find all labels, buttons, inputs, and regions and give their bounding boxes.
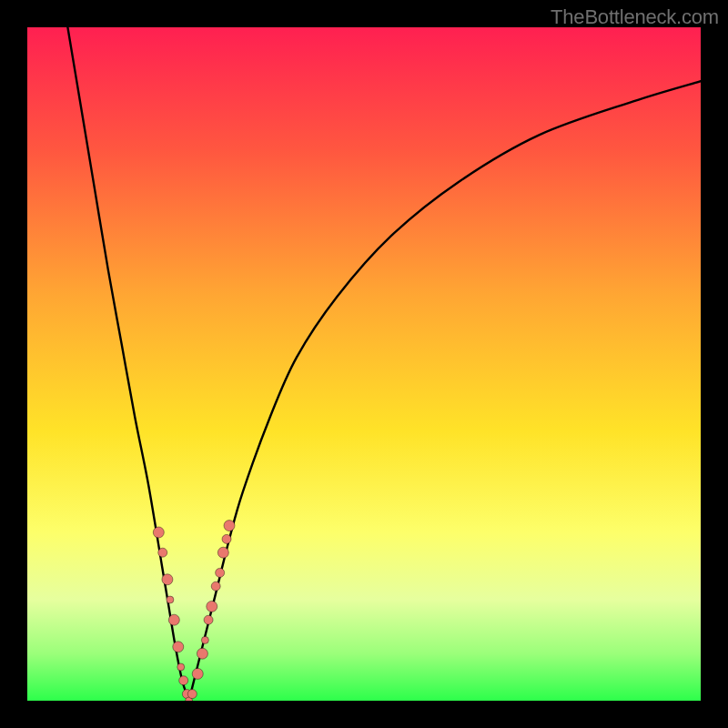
data-point bbox=[173, 642, 184, 652]
data-point bbox=[211, 581, 220, 591]
data-point bbox=[187, 690, 197, 699]
data-point bbox=[162, 574, 173, 585]
data-point bbox=[217, 547, 228, 558]
data-point bbox=[204, 615, 213, 624]
data-point bbox=[158, 548, 167, 557]
data-point bbox=[153, 527, 164, 538]
data-point bbox=[216, 568, 225, 577]
curve-svg bbox=[27, 27, 701, 701]
data-point bbox=[192, 668, 203, 679]
data-point bbox=[177, 663, 185, 671]
curve-paths bbox=[67, 27, 701, 701]
data-point bbox=[222, 534, 231, 543]
plot-area bbox=[27, 27, 701, 701]
data-points bbox=[153, 521, 235, 701]
data-point bbox=[201, 636, 208, 643]
watermark-text: TheBottleneck.com bbox=[551, 5, 719, 29]
outer-frame: TheBottleneck.com bbox=[0, 0, 728, 728]
curve-right-branch bbox=[189, 81, 701, 701]
data-point bbox=[224, 521, 235, 531]
data-point bbox=[168, 614, 179, 625]
data-point bbox=[179, 676, 188, 685]
data-point bbox=[167, 596, 174, 603]
data-point bbox=[207, 601, 217, 612]
data-point bbox=[197, 648, 207, 659]
